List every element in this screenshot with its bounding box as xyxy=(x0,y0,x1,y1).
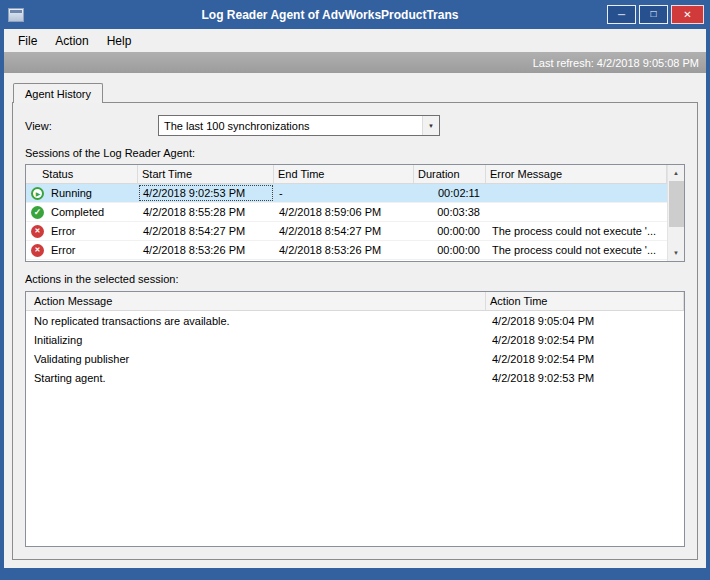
close-icon: ✕ xyxy=(683,10,691,20)
column-header-end-time[interactable]: End Time xyxy=(274,165,414,183)
session-start-time: 4/2/2018 8:55:28 PM xyxy=(138,203,274,221)
session-error-message: The process could not execute '... xyxy=(486,222,667,240)
session-end-time: 4/2/2018 8:53:26 PM xyxy=(274,241,414,259)
action-time: 4/2/2018 9:05:04 PM xyxy=(486,311,684,330)
session-error-message xyxy=(486,203,667,221)
action-message: Starting agent. xyxy=(26,368,486,387)
session-row[interactable]: ✕ Error 4/2/2018 8:54:27 PM 4/2/2018 8:5… xyxy=(26,222,667,241)
last-refresh-text: Last refresh: 4/2/2018 9:05:08 PM xyxy=(533,57,699,69)
session-end-time: - xyxy=(274,184,414,202)
actions-grid-header: Action Message Action Time xyxy=(26,292,684,311)
session-duration: 00:00:00 xyxy=(414,222,486,240)
status-strip: Last refresh: 4/2/2018 9:05:08 PM xyxy=(4,52,706,73)
session-duration: 00:03:38 xyxy=(414,203,486,221)
titlebar: Log Reader Agent of AdvWorksProductTrans… xyxy=(0,0,710,29)
completed-status-icon: ✓ xyxy=(31,206,44,219)
action-message: Initializing xyxy=(26,330,486,349)
session-row[interactable]: ✓ Completed 4/2/2018 8:55:28 PM 4/2/2018… xyxy=(26,203,667,222)
error-status-icon: ✕ xyxy=(31,244,44,257)
column-header-action-time[interactable]: Action Time xyxy=(486,292,684,310)
action-row[interactable]: Starting agent. 4/2/2018 9:02:53 PM xyxy=(26,368,684,387)
caption-buttons: ─ □ ✕ xyxy=(607,5,704,24)
window: Log Reader Agent of AdvWorksProductTrans… xyxy=(0,0,710,580)
minimize-icon: ─ xyxy=(618,10,625,20)
session-end-time: 4/2/2018 8:59:06 PM xyxy=(274,203,414,221)
session-duration: 00:00:00 xyxy=(414,241,486,259)
window-title: Log Reader Agent of AdvWorksProductTrans xyxy=(60,8,600,22)
session-status: Completed xyxy=(51,206,104,218)
menu-action[interactable]: Action xyxy=(46,31,97,51)
session-row[interactable]: ▶ Running 4/2/2018 9:02:53 PM - 00:02:11 xyxy=(26,184,667,203)
tab-agent-history[interactable]: Agent History xyxy=(13,83,103,103)
session-start-time: 4/2/2018 8:54:27 PM xyxy=(138,222,274,240)
column-header-error-message[interactable]: Error Message xyxy=(486,165,667,183)
session-duration: 00:02:11 xyxy=(414,184,486,202)
action-message: Validating publisher xyxy=(26,349,486,368)
scroll-up-icon[interactable]: ▲ xyxy=(668,165,684,181)
action-row[interactable]: Initializing 4/2/2018 9:02:54 PM xyxy=(26,330,684,349)
running-status-icon: ▶ xyxy=(31,187,44,200)
session-start-time: 4/2/2018 8:53:26 PM xyxy=(138,241,274,259)
close-button[interactable]: ✕ xyxy=(671,5,704,24)
dropdown-arrow-icon[interactable]: ▼ xyxy=(422,116,439,135)
action-message: No replicated transactions are available… xyxy=(26,311,486,330)
tab-panel: View: The last 100 synchronizations ▼ Se… xyxy=(12,102,698,560)
menu-file[interactable]: File xyxy=(9,31,46,51)
menu-help[interactable]: Help xyxy=(98,31,141,51)
minimize-button[interactable]: ─ xyxy=(607,5,636,24)
vertical-scrollbar[interactable]: ▲ ▼ xyxy=(667,165,684,261)
session-status: Running xyxy=(51,187,92,199)
session-start-time: 4/2/2018 9:02:53 PM xyxy=(138,184,274,202)
session-end-time: 4/2/2018 8:54:27 PM xyxy=(274,222,414,240)
actions-grid-empty-area xyxy=(26,387,684,546)
actions-section-label: Actions in the selected session: xyxy=(25,273,685,285)
error-status-icon: ✕ xyxy=(31,225,44,238)
scrollbar-thumb[interactable] xyxy=(669,181,684,227)
sessions-section-label: Sessions of the Log Reader Agent: xyxy=(25,147,685,159)
session-status: Error xyxy=(51,225,75,237)
scroll-down-icon[interactable]: ▼ xyxy=(668,245,684,261)
tab-strip: Agent History xyxy=(4,75,706,102)
sessions-grid: Status Start Time End Time Duration Erro… xyxy=(25,164,685,262)
maximize-button[interactable]: □ xyxy=(639,5,668,24)
view-combobox-value: The last 100 synchronizations xyxy=(159,116,422,135)
action-time: 4/2/2018 9:02:53 PM xyxy=(486,368,684,387)
client-area: File Action Help Last refresh: 4/2/2018 … xyxy=(4,29,706,568)
action-row[interactable]: Validating publisher 4/2/2018 9:02:54 PM xyxy=(26,349,684,368)
column-header-start-time[interactable]: Start Time xyxy=(138,165,274,183)
action-time: 4/2/2018 9:02:54 PM xyxy=(486,349,684,368)
view-combobox[interactable]: The last 100 synchronizations ▼ xyxy=(158,115,440,136)
view-label: View: xyxy=(25,120,158,132)
column-header-status[interactable]: Status xyxy=(26,165,138,183)
session-row[interactable]: ✕ Error 4/2/2018 8:53:26 PM 4/2/2018 8:5… xyxy=(26,241,667,260)
column-header-duration[interactable]: Duration xyxy=(414,165,486,183)
sessions-grid-body: Status Start Time End Time Duration Erro… xyxy=(26,165,667,261)
app-icon xyxy=(8,8,24,22)
session-error-message: The process could not execute '... xyxy=(486,241,667,259)
action-row[interactable]: No replicated transactions are available… xyxy=(26,311,684,330)
view-row: View: The last 100 synchronizations ▼ xyxy=(25,115,685,136)
sessions-grid-header: Status Start Time End Time Duration Erro… xyxy=(26,165,667,184)
maximize-icon: □ xyxy=(650,9,656,19)
menubar: File Action Help xyxy=(4,29,706,52)
column-header-action-message[interactable]: Action Message xyxy=(26,292,486,310)
session-status: Error xyxy=(51,244,75,256)
actions-grid: Action Message Action Time No replicated… xyxy=(25,291,685,547)
session-error-message xyxy=(486,184,667,202)
action-time: 4/2/2018 9:02:54 PM xyxy=(486,330,684,349)
